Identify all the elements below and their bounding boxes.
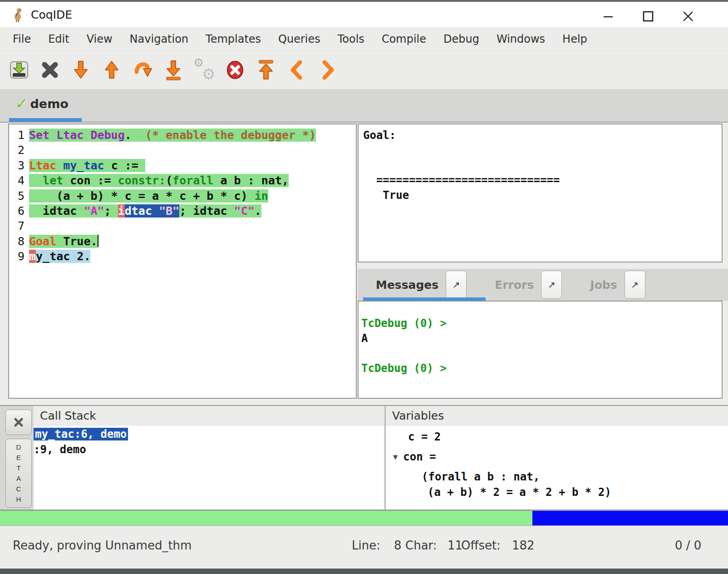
close-button[interactable] bbox=[38, 57, 62, 83]
menu-item-file[interactable]: File bbox=[4, 33, 39, 45]
variable-text: con = bbox=[403, 449, 436, 465]
goal-counter: 0 / 0 bbox=[675, 539, 701, 552]
detach-jobs-button[interactable]: ↗ bbox=[625, 271, 645, 299]
detach-letter: C bbox=[16, 484, 21, 494]
detach-letter: H bbox=[16, 494, 21, 505]
debugger-close-button[interactable] bbox=[5, 410, 32, 435]
char-value: 11 bbox=[448, 539, 462, 552]
frame: :9, demo bbox=[34, 443, 86, 456]
selected-frame: my_tac:6, demo bbox=[34, 428, 128, 440]
restart-button[interactable] bbox=[254, 57, 278, 83]
variables-list[interactable]: c = 2▼con =(forall a b : nat,(a + b) * 2… bbox=[386, 429, 728, 500]
variable-row[interactable]: (a + b) * 2 = a * 2 + b * 2) bbox=[386, 485, 728, 500]
offset-value: 182 bbox=[512, 539, 535, 552]
detach-errors-button[interactable]: ↗ bbox=[541, 271, 562, 299]
tab-demo[interactable]: ✓ demo bbox=[9, 89, 75, 118]
previous-button[interactable] bbox=[285, 57, 309, 83]
code-line: 7 bbox=[9, 218, 356, 233]
minimize-icon bbox=[602, 10, 614, 22]
call-stack-row[interactable]: :9, demo bbox=[34, 442, 384, 457]
debugger-close-icon bbox=[14, 417, 24, 427]
script-editor[interactable]: 1Set Ltac Debug. (* enable the debugger … bbox=[8, 124, 357, 399]
close-icon bbox=[39, 59, 61, 81]
close-icon bbox=[682, 10, 694, 23]
title-bar: CoqIDE bbox=[0, 2, 728, 28]
run-to-end-button[interactable] bbox=[162, 57, 185, 83]
go-to-cursor-button[interactable] bbox=[131, 57, 154, 83]
goal-line: Goal: bbox=[363, 128, 722, 143]
offset-label: Offset: bbox=[461, 539, 501, 552]
menu-item-tools[interactable]: Tools bbox=[329, 33, 373, 45]
minimize-button[interactable] bbox=[598, 6, 618, 26]
step-forward-icon bbox=[69, 59, 92, 81]
code-segment: ; bbox=[104, 204, 118, 218]
compile-button[interactable]: ⚙⚙ bbox=[192, 57, 216, 83]
go-to-cursor-icon bbox=[131, 59, 154, 81]
detach-arrow-icon: ↗ bbox=[631, 279, 639, 290]
detach-letter: D bbox=[16, 442, 21, 452]
line-number: 8 bbox=[9, 234, 25, 249]
step-backward-button[interactable] bbox=[100, 57, 123, 83]
variable-row[interactable]: c = 2 bbox=[386, 429, 728, 445]
menu-item-view[interactable]: View bbox=[78, 33, 121, 45]
close-window-button[interactable] bbox=[678, 6, 698, 26]
menu-item-navigation[interactable]: Navigation bbox=[121, 33, 197, 45]
next-icon bbox=[316, 59, 339, 81]
variables-panel: Variables c = 2▼con =(forall a b : nat,(… bbox=[385, 406, 728, 510]
progress-processed-segment bbox=[0, 511, 532, 525]
menu-item-compile[interactable]: Compile bbox=[373, 33, 435, 45]
code-line: 3Ltac my_tac c := bbox=[9, 158, 356, 173]
message-line: A bbox=[361, 331, 722, 346]
line-number: 9 bbox=[9, 249, 25, 264]
tab-label: demo bbox=[30, 97, 69, 111]
menu-bar: FileEditViewNavigationTemplatesQueriesTo… bbox=[0, 27, 728, 51]
code-segment: Goal bbox=[29, 235, 56, 248]
code-segment: y_tac 2. bbox=[36, 250, 90, 263]
next-button[interactable] bbox=[316, 57, 339, 83]
expand-triangle-icon[interactable]: ▼ bbox=[393, 449, 398, 465]
progress-pending-segment bbox=[532, 511, 728, 525]
debugger-detach-button[interactable]: DETACH bbox=[5, 439, 32, 508]
tab-label: Errors bbox=[495, 278, 534, 292]
menu-item-templates[interactable]: Templates bbox=[197, 33, 270, 45]
maximize-button[interactable] bbox=[638, 6, 658, 26]
detach-arrow-icon: ↗ bbox=[453, 279, 460, 290]
menu-item-queries[interactable]: Queries bbox=[270, 33, 329, 45]
save-button[interactable] bbox=[7, 57, 31, 83]
messages-panel[interactable]: TcDebug (0) >A TcDebug (0) > bbox=[358, 301, 723, 399]
saved-check-icon: ✓ bbox=[15, 94, 29, 113]
menu-item-help[interactable]: Help bbox=[554, 33, 596, 45]
variables-header: Variables bbox=[386, 406, 728, 426]
code-segment: i bbox=[118, 204, 125, 218]
menu-item-edit[interactable]: Edit bbox=[39, 33, 78, 45]
code-segment bbox=[132, 129, 145, 142]
code-segment: (a + b) * c = a * c + b * c) bbox=[29, 189, 255, 203]
variable-row[interactable]: ▼con = bbox=[386, 449, 728, 465]
code-line: 2 bbox=[9, 143, 356, 158]
menu-item-debug[interactable]: Debug bbox=[435, 33, 488, 45]
step-backward-icon bbox=[100, 59, 123, 81]
menu-item-windows[interactable]: Windows bbox=[488, 33, 554, 45]
tab-errors[interactable]: Errors↗ bbox=[495, 271, 562, 299]
code-segment: . bbox=[255, 204, 261, 218]
detach-letter: T bbox=[16, 463, 20, 473]
call-stack-header: Call Stack bbox=[34, 406, 384, 426]
step-forward-button[interactable] bbox=[69, 57, 93, 83]
variable-row[interactable]: (forall a b : nat, bbox=[386, 469, 728, 485]
goal-panel[interactable]: Goal: ============================ True bbox=[358, 124, 723, 262]
window-title: CoqIDE bbox=[31, 8, 72, 21]
interrupt-button[interactable] bbox=[223, 57, 247, 83]
detach-messages-button[interactable]: ↗ bbox=[446, 271, 467, 299]
line-number: 1 bbox=[9, 128, 25, 143]
tab-label: Jobs bbox=[590, 278, 617, 292]
call-stack-row[interactable]: my_tac:6, demo bbox=[34, 426, 384, 442]
call-stack-list[interactable]: my_tac:6, demo:9, demo bbox=[34, 426, 384, 457]
tab-messages[interactable]: Messages↗ bbox=[376, 271, 467, 299]
char-label: Char: bbox=[405, 539, 437, 552]
code-line: 9my_tac 2. bbox=[9, 249, 356, 264]
detach-letter: E bbox=[16, 452, 21, 463]
tab-jobs[interactable]: Jobs↗ bbox=[590, 271, 645, 299]
document-tab-bar: ✓ demo bbox=[0, 89, 728, 123]
active-tab-indicator bbox=[9, 118, 82, 122]
status-message: Ready, proving Unnamed_thm bbox=[13, 539, 192, 552]
